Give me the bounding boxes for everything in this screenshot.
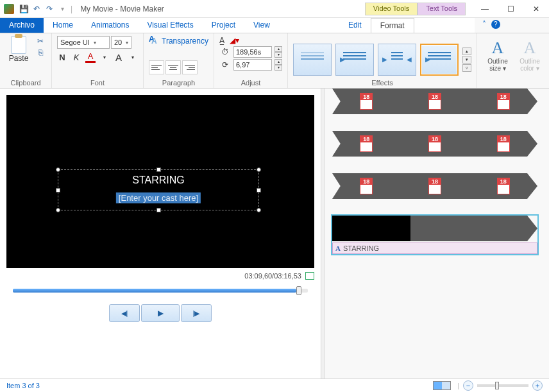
handle-tl[interactable] (56, 167, 60, 172)
zoom-out-button[interactable]: − (463, 380, 473, 391)
next-frame-button[interactable]: |▶ (181, 304, 212, 322)
qat-redo-icon[interactable]: ↷ (44, 3, 55, 15)
align-right-button[interactable] (182, 60, 198, 74)
seek-thumb[interactable] (296, 286, 301, 295)
play-button[interactable]: ▶ (141, 304, 180, 322)
prev-frame-button[interactable]: ◀| (109, 304, 140, 322)
effects-prev[interactable]: ▴ (462, 47, 471, 55)
dur-up[interactable]: ▴ (274, 59, 282, 65)
fullscreen-icon[interactable] (305, 272, 314, 280)
grow-font-button[interactable]: A (114, 52, 124, 63)
help-icon[interactable]: ? (491, 20, 500, 29)
ribbon-collapse-icon[interactable]: ˄ (482, 20, 486, 29)
zoom-thumb[interactable] (495, 382, 499, 389)
video-tools-label: Video Tools (373, 4, 409, 12)
clipboard-icon (11, 36, 26, 54)
project-tab[interactable]: Project (203, 18, 244, 33)
qat-undo-icon[interactable]: ↶ (31, 3, 42, 15)
outline-size-button[interactable]: A Outline size ▾ (482, 38, 513, 72)
app-icon (4, 4, 14, 14)
paragraph-group-label: Paragraph (149, 79, 208, 87)
caption-track[interactable]: A STARRING (332, 243, 537, 254)
outline-color-icon: A (524, 38, 536, 58)
format-subtab[interactable]: Format (371, 18, 414, 33)
effects-next[interactable]: ▾ (462, 56, 471, 64)
zoom-in-button[interactable]: + (532, 380, 543, 391)
transparency-button[interactable]: Transparency (149, 36, 208, 46)
text-tools-label: Text Tools (426, 4, 457, 12)
clip-2[interactable]: 18 18 18 (332, 131, 537, 157)
caption-text: STARRING (343, 244, 379, 252)
handle-bl[interactable] (56, 208, 60, 212)
text-tools-tab[interactable]: Text Tools (418, 3, 466, 15)
effects-more[interactable]: ▿ (462, 64, 471, 72)
minimize-button[interactable]: — (472, 1, 498, 17)
file-tab[interactable]: Archivo (0, 18, 44, 33)
visual-effects-tab[interactable]: Visual Effects (138, 18, 202, 33)
handle-b[interactable] (156, 208, 161, 212)
font-face-combo[interactable]: Segoe UI▾ (57, 36, 110, 49)
qat-more-icon[interactable]: ▾ (56, 3, 68, 15)
start-time-icon: ⏱ (219, 47, 231, 57)
cut-icon[interactable]: ✂ (35, 36, 46, 46)
edit-text-icon[interactable]: A̲ (219, 36, 224, 45)
thumbnail-size-icon[interactable] (433, 381, 451, 390)
clip-4-selected[interactable]: A STARRING (332, 216, 537, 254)
outline-size-icon: A (492, 38, 504, 58)
bold-button[interactable]: N (57, 53, 67, 62)
font-color-button[interactable]: A (85, 51, 96, 63)
effect-fly-left[interactable] (335, 44, 374, 76)
start-down[interactable]: ▾ (274, 52, 282, 58)
title-text[interactable]: STARRING (53, 175, 264, 186)
video-preview[interactable]: STARRING [Enter your cast here] (6, 95, 314, 268)
effect-fly-both[interactable] (378, 44, 416, 76)
adjust-group-label: Adjust (219, 79, 282, 87)
animations-tab[interactable]: Animations (82, 18, 138, 33)
font-group-label: Font (57, 79, 138, 87)
transparency-icon (149, 36, 159, 46)
handle-tr[interactable] (257, 167, 261, 172)
effects-group-label: Effects (293, 79, 471, 87)
edit-subtab[interactable]: Edit (339, 18, 371, 33)
dur-down[interactable]: ▾ (274, 65, 282, 71)
qat-save-icon[interactable]: 💾 (18, 3, 30, 15)
paste-button[interactable]: Paste (5, 36, 32, 63)
handle-t[interactable] (156, 167, 161, 172)
close-button[interactable]: ✕ (523, 1, 549, 17)
align-center-button[interactable] (165, 60, 181, 74)
clip-1[interactable]: 18 18 18 (332, 89, 537, 114)
font-size-dropdown[interactable]: ▾ (128, 55, 138, 60)
text-selection-box[interactable]: STARRING [Enter your cast here] (53, 164, 264, 216)
text-color-icon[interactable]: ◢▾ (230, 36, 239, 45)
italic-button[interactable]: K (71, 53, 81, 62)
home-tab[interactable]: Home (44, 18, 82, 33)
paste-label: Paste (9, 54, 29, 63)
copy-icon[interactable]: ⎘ (35, 47, 46, 58)
start-time-input[interactable]: 189,56s (233, 46, 272, 58)
video-tools-tab[interactable]: Video Tools (365, 3, 418, 15)
document-title: My Movie - Movie Maker (80, 4, 164, 13)
zoom-slider[interactable] (477, 384, 528, 387)
align-left-button[interactable] (149, 60, 164, 74)
outline-color-button: A Outline color ▾ (514, 38, 545, 72)
timecode-label: 03:09,60/03:16,53 (244, 272, 301, 280)
effect-fade[interactable] (293, 44, 332, 76)
handle-r[interactable] (257, 188, 261, 192)
duration-icon: ⟳ (219, 60, 231, 70)
duration-input[interactable]: 6,97 (233, 59, 272, 71)
text-caption-icon: A (335, 244, 341, 252)
cast-placeholder[interactable]: [Enter your cast here] (116, 192, 201, 203)
handle-br[interactable] (257, 208, 261, 212)
seek-slider[interactable] (13, 289, 308, 293)
timeline-panel[interactable]: 18 18 18 18 18 18 18 18 18 A STARRING (325, 89, 549, 379)
font-size-combo[interactable]: 20▾ (111, 36, 131, 49)
clipboard-group-label: Clipboard (5, 79, 46, 87)
handle-l[interactable] (56, 188, 60, 192)
view-tab[interactable]: View (244, 18, 279, 33)
clip-3[interactable]: 18 18 18 (332, 173, 537, 199)
start-up[interactable]: ▴ (274, 46, 282, 52)
font-color-dropdown[interactable]: ▾ (99, 55, 110, 60)
status-item-count: Item 3 of 3 (6, 382, 40, 389)
effect-scroll-selected[interactable] (420, 44, 459, 76)
maximize-button[interactable]: ☐ (498, 1, 523, 17)
